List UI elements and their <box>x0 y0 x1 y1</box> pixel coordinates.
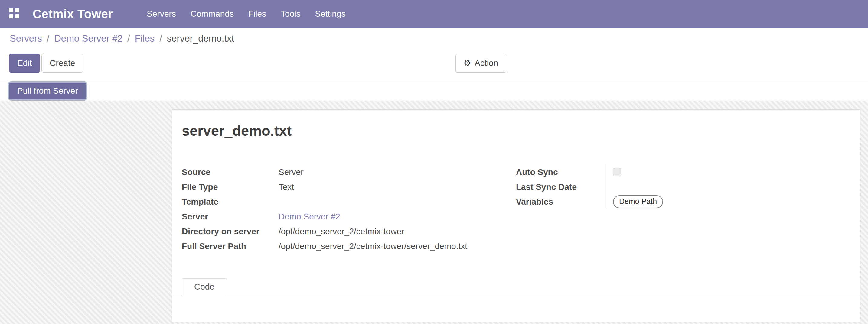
apps-grid-square <box>9 14 13 19</box>
tab-code[interactable]: Code <box>182 278 227 295</box>
field-value-last-sync <box>606 180 788 194</box>
field-row-variables: Variables Demo Path <box>516 194 788 209</box>
field-value-full-path: /opt/demo_server_2/cetmix-tower/server_d… <box>279 241 502 251</box>
menu-files[interactable]: Files <box>248 9 266 19</box>
field-row-directory: Directory on server /opt/demo_server_2/c… <box>182 224 502 239</box>
breadcrumb-servers[interactable]: Servers <box>10 33 42 44</box>
field-label: Full Server Path <box>182 241 279 252</box>
edit-button[interactable]: Edit <box>9 54 40 72</box>
field-row-source: Source Server <box>182 165 502 180</box>
server-record-link[interactable]: Demo Server #2 <box>279 212 340 222</box>
notebook: Code <box>172 278 860 295</box>
field-label: Template <box>182 196 279 207</box>
menu-settings[interactable]: Settings <box>315 9 345 19</box>
field-row-last-sync: Last Sync Date <box>516 180 788 194</box>
field-row-template: Template <box>182 194 502 209</box>
apps-grid-square <box>9 8 13 12</box>
gear-icon: ⚙ <box>464 59 471 67</box>
field-row-file-type: File Type Text <box>182 180 502 194</box>
field-label: Source <box>182 167 279 177</box>
field-value-auto-sync <box>606 165 788 180</box>
notebook-tabs: Code <box>172 278 860 295</box>
breadcrumb-separator: / <box>159 33 162 44</box>
breadcrumb: Servers / Demo Server #2 / Files / serve… <box>0 28 868 50</box>
field-group-left: Source Server File Type Text Template Se… <box>182 165 502 254</box>
field-value-file-type: Text <box>279 182 502 192</box>
menu-servers[interactable]: Servers <box>147 9 176 19</box>
form-view-background: server_demo.txt Source Server File Type … <box>0 101 868 324</box>
field-group-right: Auto Sync Last Sync Date Variables Demo … <box>516 165 788 209</box>
field-label: File Type <box>182 182 279 192</box>
field-row-auto-sync: Auto Sync <box>516 165 788 180</box>
form-sheet: server_demo.txt Source Server File Type … <box>172 109 861 322</box>
breadcrumb-separator: / <box>127 33 130 44</box>
field-label: Server <box>182 211 279 222</box>
field-value-source: Server <box>279 167 502 177</box>
field-value-directory: /opt/demo_server_2/cetmix-tower <box>279 227 502 236</box>
pull-from-server-button[interactable]: Pull from Server <box>9 83 86 99</box>
field-label: Variables <box>516 196 606 207</box>
form-statusbar: Pull from Server <box>0 81 868 101</box>
main-menu: Servers Commands Files Tools Settings <box>147 9 345 19</box>
field-label: Last Sync Date <box>516 182 606 192</box>
top-navbar: Cetmix Tower Servers Commands Files Tool… <box>0 0 868 28</box>
field-row-full-path: Full Server Path /opt/demo_server_2/cetm… <box>182 239 502 254</box>
menu-tools[interactable]: Tools <box>281 9 300 19</box>
action-menu-button[interactable]: ⚙ Action <box>456 54 506 72</box>
apps-grid-square <box>15 8 19 12</box>
field-label: Directory on server <box>182 226 279 237</box>
action-menu-label: Action <box>474 58 498 68</box>
app-brand[interactable]: Cetmix Tower <box>33 7 113 21</box>
record-title: server_demo.txt <box>182 122 291 139</box>
breadcrumb-separator: / <box>47 33 50 44</box>
field-value-variables: Demo Path <box>606 194 788 209</box>
control-panel: Edit Create ⚙ Action <box>0 54 868 74</box>
auto-sync-checkbox[interactable] <box>613 168 621 176</box>
breadcrumb-files[interactable]: Files <box>135 33 155 44</box>
apps-grid-square <box>15 14 19 19</box>
menu-commands[interactable]: Commands <box>190 9 234 19</box>
apps-grid-icon[interactable] <box>9 8 21 20</box>
breadcrumb-demo-server[interactable]: Demo Server #2 <box>54 33 123 44</box>
create-button[interactable]: Create <box>41 54 83 72</box>
field-value-server: Demo Server #2 <box>279 212 502 222</box>
field-row-server: Server Demo Server #2 <box>182 209 502 224</box>
variable-tag: Demo Path <box>613 195 663 208</box>
breadcrumb-current: server_demo.txt <box>167 33 234 44</box>
field-label: Auto Sync <box>516 167 606 177</box>
